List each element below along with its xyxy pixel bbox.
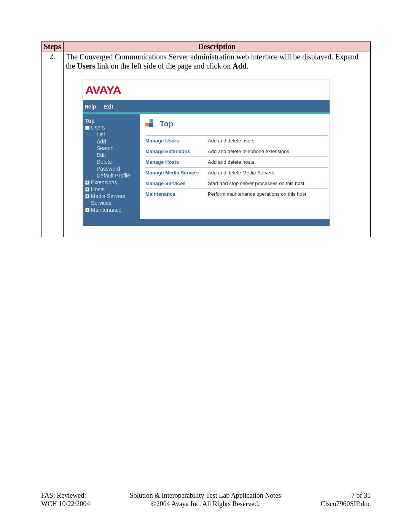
footer-copyright: ©2004 Avaya Inc. All Rights Reserved. [90,500,321,508]
content-row: Manage Extensons Add and delete telephon… [145,146,328,157]
footer-date: WCH 10/22/2004 [41,500,90,508]
top-icon [145,119,155,128]
sidebar-item-label: Services [91,200,112,206]
content-desc: Add and delete Media Servers. [208,170,328,176]
sidebar-sub-password[interactable]: Password [97,166,139,172]
footer-reviewed: FAS; Reviewed: [41,491,90,500]
menu-help[interactable]: Help [84,104,96,110]
desc-part-2: link on the left side of the page and cl… [95,62,233,70]
step-description-text: The Converged Communications Server admi… [66,52,368,70]
content-desc: Add and delete telephone extensions. [208,149,328,154]
expand-icon[interactable]: + [85,187,89,192]
sidebar-item-label: Media Servers [91,193,125,199]
sidebar-item-label: Extensions [91,179,117,185]
steps-table: Steps Description 2. The Converged Commu… [41,42,371,237]
content-desc: Start and stop server processes on this … [208,181,328,186]
sidebar-item-users[interactable]: - Users [85,125,139,131]
body-row: Top - Users List Add Search Edit Delete … [83,114,330,219]
bottom-strip [83,219,330,226]
step-description-cell: The Converged Communications Server admi… [64,51,371,237]
content-row: Maintenance Perform maintenance operatio… [145,189,328,199]
sidebar-item-media-servers[interactable]: + Media Servers [85,193,139,199]
page-footer: FAS; Reviewed: WCH 10/22/2004 Solution &… [41,491,371,508]
logo-bar: AVAYA [83,80,330,100]
footer-title: Solution & Interoperability Test Lab App… [90,491,321,500]
sidebar-item-label: Hosts [91,186,105,192]
content-link-manage-extensions[interactable]: Manage Extensons [145,149,208,154]
embedded-admin-screenshot: AVAYA Help Exit Top - Users [83,80,330,226]
footer-filename: Cisco7960SIP.doc [320,500,371,508]
menu-exit[interactable]: Exit [104,104,113,110]
expand-icon[interactable]: + [85,208,89,212]
expand-icon[interactable]: + [85,181,89,185]
sidebar-item-label: Users [91,125,105,131]
footer-page: 7 of 35 [320,491,371,500]
content-heading-row: Top [145,119,328,128]
sidebar-item-extensions[interactable]: + Extensions [85,179,139,185]
sidebar-sub-delete[interactable]: Delete [97,159,139,165]
content-link-manage-hosts[interactable]: Manage Hosts [145,159,208,165]
collapse-icon[interactable]: - [85,126,89,130]
content-row: Manage Users Add and delete users. [145,135,328,146]
header-description: Description [64,42,371,51]
content-desc: Add and delete users. [208,138,328,144]
desc-part-3: . [247,62,249,70]
step-number: 2. [41,51,64,237]
footer-center: Solution & Interoperability Test Lab App… [90,491,321,508]
sidebar-item-hosts[interactable]: + Hosts [85,186,139,192]
sidebar-sub-search[interactable]: Search [97,145,139,151]
sidebar-sub-add[interactable]: Add [97,138,139,144]
content-row: Manage Services Start and stop server pr… [145,178,328,189]
expand-icon[interactable]: + [85,194,89,198]
footer-right: 7 of 35 Cisco7960SIP.doc [320,491,371,508]
content-link-maintenance[interactable]: Maintenance [145,191,208,197]
footer-left: FAS; Reviewed: WCH 10/22/2004 [41,491,90,508]
content-link-manage-media-servers[interactable]: Manage Media Servers [145,170,208,176]
menu-bar: Help Exit [83,100,330,112]
sidebar: Top - Users List Add Search Edit Delete … [83,114,140,219]
sidebar-sub-edit[interactable]: Edit [97,152,139,158]
content-row: Manage Media Servers Add and delete Medi… [145,167,328,178]
avaya-logo: AVAYA [85,84,121,97]
sidebar-item-label: Maintenance [91,207,121,213]
content-link-manage-services[interactable]: Manage Services [145,181,208,186]
document-page: Steps Description 2. The Converged Commu… [0,0,411,532]
content-desc: Add and delete hosts. [208,159,328,165]
sidebar-item-services[interactable]: + Services [85,200,139,206]
content-row: Manage Hosts Add and delete hosts. [145,157,328,167]
content-area: Top Manage Users Add and delete users. M… [140,114,330,219]
desc-bold-users: Users [77,62,95,70]
content-desc: Perform maintenance operations on this h… [208,191,328,197]
content-heading: Top [160,120,173,128]
sidebar-top[interactable]: Top [85,118,139,124]
content-link-manage-users[interactable]: Manage Users [145,138,208,144]
sidebar-item-maintenance[interactable]: + Maintenance [85,207,139,213]
sidebar-sub-default-profile[interactable]: Default Profile [97,173,139,179]
sidebar-sub-list[interactable]: List [97,131,139,137]
desc-bold-add: Add [233,62,247,70]
header-steps: Steps [41,42,64,51]
